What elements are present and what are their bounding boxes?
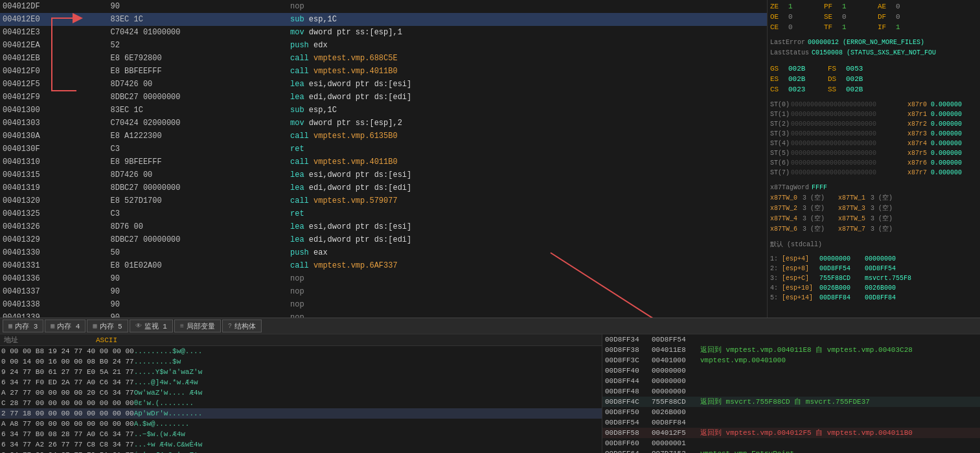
disasm-row[interactable]: 00401319 8DBC27 00000000 lea edi,dword p… bbox=[0, 181, 767, 194]
stack-param-row: 3:[esp+C]755F88CDmsvcrt.755F8 bbox=[770, 273, 977, 283]
callstack-row[interactable]: 00D8FF5400D8FF84 bbox=[602, 417, 980, 428]
disasm-row[interactable]: 00401330 50 push eax bbox=[0, 246, 767, 259]
float-reg-row: ST(1)0000000000000000000000x87r10.000000 bbox=[770, 110, 977, 119]
memory-row[interactable]: A A8 77 00 00 00 00 00 00 00 00A.$w@....… bbox=[0, 419, 602, 429]
float-reg-row: ST(5)0000000000000000000000x87r50.000000 bbox=[770, 148, 977, 158]
float-reg-row: ST(3)0000000000000000000000x87r30.000000 bbox=[770, 129, 977, 139]
disasm-row[interactable]: 0040130F C3 ret bbox=[0, 143, 767, 156]
stack-param-row: 2:[esp+8]00D8FF5400D8FF54 bbox=[770, 264, 977, 273]
memory3-icon: ▦ bbox=[8, 322, 12, 330]
callstack-row[interactable]: 00D8FF6000000001 bbox=[602, 438, 980, 448]
bottom-tabs: ▦ 内存 3 ▦ 内存 4 ▦ 内存 5 👁 监视 1 ≡ 局部变量 ? 结构体 bbox=[0, 318, 980, 334]
flag-row-1: ZE1 PF1 AE0 bbox=[770, 1, 977, 12]
memory-row[interactable]: 6 34 77 F0 ED 2A 77 A0 C6 34 77....@]4w.… bbox=[0, 377, 602, 388]
memory-row[interactable]: 3 34 77 30 94 27 77 E0 5A 21 77óc'w Æ4w0… bbox=[0, 450, 602, 453]
struct-icon: ? bbox=[228, 323, 232, 330]
tab-struct[interactable]: ? 结构体 bbox=[222, 319, 262, 332]
callstack-row[interactable]: 00D8FF500026B000 bbox=[602, 407, 980, 417]
memory-row[interactable]: 2 77 18 00 00 00 00 00 00 00 00Ap'wDr'w.… bbox=[0, 408, 602, 419]
last-error-row: LastError 00000012 (ERROR_NO_MORE_FILES) bbox=[770, 38, 977, 48]
float-reg-row: ST(0)0000000000000000000000x87r00.000000 bbox=[770, 100, 977, 110]
disasm-row[interactable]: 00401315 8D7426 00 lea esi,dword ptr ds:… bbox=[0, 168, 767, 181]
disasm-row[interactable]: 00401338 90 nop bbox=[0, 298, 767, 311]
tab-locals[interactable]: ≡ 局部变量 bbox=[174, 319, 221, 332]
disasm-row[interactable]: 00401337 90 nop bbox=[0, 285, 767, 298]
disasm-row[interactable]: 00401320 E8 527D1700 call vmptest.vmp.57… bbox=[0, 194, 767, 207]
disasm-row[interactable]: 004012F0 E8 BBFEEFFF call vmptest.vmp.40… bbox=[0, 65, 767, 78]
memory4-icon: ▦ bbox=[51, 322, 54, 330]
disasm-row[interactable]: 00401325 C3 ret bbox=[0, 207, 767, 220]
memory-row[interactable]: 6 34 77 B0 08 28 77 A0 C6 34 77..−$w.(w.… bbox=[0, 429, 602, 439]
disasm-row[interactable]: 004012EB E8 6E792800 call vmptest.vmp.68… bbox=[0, 52, 767, 65]
disasm-row[interactable]: 004012E0 83EC 1C sub esp,1C bbox=[0, 13, 767, 26]
callstack-row[interactable]: 00D8FF3C00401000vmptest.vmp.00401000 bbox=[602, 355, 980, 366]
flag-row-2: OE0 SE0 DF0 bbox=[770, 12, 977, 22]
float-reg-row: ST(6)0000000000000000000000x87r60.000000 bbox=[770, 158, 977, 168]
bottom-section: 地址 ASCII 0 00 00 B8 19 24 77 40 00 00 00… bbox=[0, 334, 980, 453]
tw-pair-row: x87TW_63 (空)x87TW_73 (空) bbox=[770, 224, 977, 235]
memory-row[interactable]: 0 00 00 B8 19 24 77 40 00 00 00.........… bbox=[0, 346, 602, 356]
seg-row-2: ES002B DS002B bbox=[770, 74, 977, 84]
memory5-icon: ▦ bbox=[93, 322, 97, 330]
memory-row[interactable]: 9 24 77 B0 61 27 77 E0 5A 21 77.....Y$w'… bbox=[0, 367, 602, 377]
callstack-row[interactable]: 00D8FF38004011E8返回到 vmptest.vmp.004011E8… bbox=[602, 345, 980, 355]
stack-param-row: 5:[esp+14]00D8FF8400D8FF84 bbox=[770, 293, 977, 303]
registers-panel: ZE1 PF1 AE0 OE0 SE0 DF0 CE0 TF1 IF1 Last… bbox=[768, 0, 980, 318]
watch1-icon: 👁 bbox=[135, 322, 142, 330]
callstack-row[interactable]: 00D8FF3400D8FF54 bbox=[602, 334, 980, 345]
x87tagword-row: x87TagWord FFFF bbox=[770, 183, 977, 193]
callstack-row[interactable]: 00D8FF4800000000 bbox=[602, 386, 980, 397]
tab-watch1[interactable]: 👁 监视 1 bbox=[130, 319, 173, 332]
seg-row-3: CS0023 SS002B bbox=[770, 84, 977, 95]
callstack-row[interactable]: 00D8FF58004012F5返回到 vmptest.vmp.004012F5… bbox=[602, 428, 980, 438]
tab-memory3[interactable]: ▦ 内存 3 bbox=[3, 319, 43, 332]
stack-param-row: 4:[esp+10]0026B0000026B000 bbox=[770, 283, 977, 293]
callstack-row[interactable]: 00D8FF4400000000 bbox=[602, 376, 980, 386]
float-reg-row: ST(7)0000000000000000000000x87r70.000000 bbox=[770, 168, 977, 178]
disasm-panel[interactable]: 004012DF 90 nop 004012E0 83EC 1C sub esp… bbox=[0, 0, 768, 318]
main-container: 004012DF 90 nop 004012E0 83EC 1C sub esp… bbox=[0, 0, 980, 453]
locals-icon: ≡ bbox=[180, 323, 184, 330]
disasm-row[interactable]: 004012DF 90 nop bbox=[0, 0, 767, 13]
float-reg-row: ST(2)0000000000000000000000x87r20.000000 bbox=[770, 119, 977, 129]
memory-row[interactable]: A 27 77 00 00 00 00 20 C6 34 77Ow'waZ'w.… bbox=[0, 388, 602, 398]
stack-param-row: 1:[esp+4]0000000000000000 bbox=[770, 254, 977, 264]
disasm-row[interactable]: 0040130A E8 A1222300 call vmptest.vmp.61… bbox=[0, 130, 767, 143]
disasm-row[interactable]: 00401300 83EC 1C sub esp,1C bbox=[0, 104, 767, 117]
disasm-row[interactable]: 00401326 8D76 00 lea esi,dword ptr ds:[e… bbox=[0, 220, 767, 233]
tab-memory4[interactable]: ▦ 内存 4 bbox=[45, 319, 85, 332]
disasm-row[interactable]: 00401339 90 nop bbox=[0, 311, 767, 318]
top-section: 004012DF 90 nop 004012E0 83EC 1C sub esp… bbox=[0, 0, 980, 318]
tab-memory5[interactable]: ▦ 内存 5 bbox=[87, 319, 128, 332]
disasm-row[interactable]: 004012EA 52 push edx bbox=[0, 39, 767, 52]
flag-row-3: CE0 TF1 IF1 bbox=[770, 22, 977, 32]
disasm-row[interactable]: 004012F5 8D7426 00 lea esi,dword ptr ds:… bbox=[0, 78, 767, 91]
memory-row[interactable]: 6 34 77 A2 26 77 77 C8 C8 34 77...+w Æ4w… bbox=[0, 439, 602, 450]
tw-pair-row: x87TW_43 (空)x87TW_53 (空) bbox=[770, 214, 977, 224]
memory-row[interactable]: 0 00 14 00 16 00 00 08 B0 24 77.........… bbox=[0, 356, 602, 367]
seg-row-1: GS002B FS0053 bbox=[770, 64, 977, 74]
memory-header: 地址 ASCII bbox=[0, 334, 602, 346]
memory-panel[interactable]: 地址 ASCII 0 00 00 B8 19 24 77 40 00 00 00… bbox=[0, 334, 602, 453]
disasm-row[interactable]: 00401310 E8 9BFEEFFF call vmptest.vmp.40… bbox=[0, 156, 767, 168]
calling-conv-row: 默认 (stdcall) bbox=[770, 240, 977, 250]
last-status-row: LastStatus C0150008 (STATUS_SXS_KEY_NOT_… bbox=[770, 48, 977, 58]
disasm-row[interactable]: 00401329 8DBC27 00000000 lea edi,dword p… bbox=[0, 233, 767, 246]
callstack-panel[interactable]: 00D8FF3400D8FF5400D8FF38004011E8返回到 vmpt… bbox=[602, 334, 980, 453]
tw-pair-row: x87TW_03 (空)x87TW_13 (空) bbox=[770, 193, 977, 203]
disasm-row[interactable]: 004012F9 8DBC27 00000000 lea edi,dword p… bbox=[0, 91, 767, 104]
float-reg-row: ST(4)0000000000000000000000x87r40.000000 bbox=[770, 139, 977, 148]
callstack-row[interactable]: 00D8FF64007D7153vmptest.vmp.EntryPoint bbox=[602, 448, 980, 453]
memory-row[interactable]: C 28 77 00 00 00 00 00 00 00 00θε'w.(...… bbox=[0, 398, 602, 408]
callstack-row[interactable]: 00D8FF4000000000 bbox=[602, 366, 980, 376]
disasm-row[interactable]: 00401303 C70424 02000000 mov dword ptr s… bbox=[0, 117, 767, 130]
callstack-row[interactable]: 00D8FF4C755F88CD返回到 msvcrt.755F88CD 自 ms… bbox=[602, 397, 980, 407]
disasm-table: 004012DF 90 nop 004012E0 83EC 1C sub esp… bbox=[0, 0, 767, 318]
disasm-row[interactable]: 004012E3 C70424 01000000 mov dword ptr s… bbox=[0, 26, 767, 39]
disasm-row[interactable]: 00401336 90 nop bbox=[0, 272, 767, 285]
disasm-row[interactable]: 00401331 E8 01E02A00 call vmptest.vmp.6A… bbox=[0, 259, 767, 272]
tw-pair-row: x87TW_23 (空)x87TW_33 (空) bbox=[770, 203, 977, 214]
